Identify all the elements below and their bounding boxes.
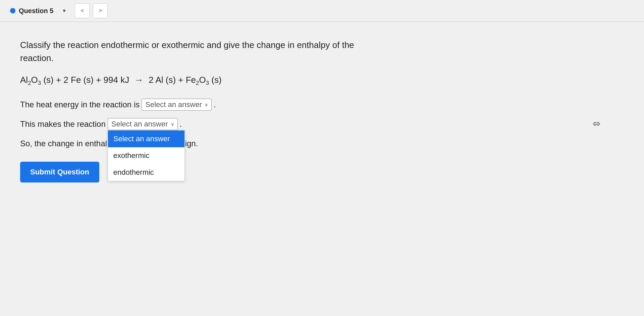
sentence-2-row: This makes the reaction Select an answer…	[20, 118, 584, 130]
dropdown-2[interactable]: Select an answer ∨	[108, 118, 178, 130]
dropdown-option-select-answer[interactable]: Select an answer	[108, 130, 184, 147]
question-dropdown-arrow[interactable]: ▼	[57, 3, 71, 18]
cursor-icon: ⬄	[593, 118, 600, 129]
nav-prev-button[interactable]: <	[75, 3, 90, 18]
equation: Al2O3 (s) + 2 Fe (s) + 994 kJ → 2 Al (s)…	[20, 75, 584, 87]
nav-next-button[interactable]: >	[93, 3, 108, 18]
question-line2: reaction.	[20, 53, 54, 63]
question-text: Classify the reaction endothermic or exo…	[20, 39, 584, 65]
main-content: Classify the reaction endothermic or exo…	[0, 22, 604, 196]
top-bar: Question 5 ▼ < >	[0, 0, 644, 22]
sentence-1-row: The heat energy in the reaction is Selec…	[20, 99, 584, 111]
dropdown-2-container: Select an answer ∨ Select an answer exot…	[108, 118, 178, 130]
question-dot	[10, 8, 15, 13]
dropdown-1[interactable]: Select an answer ∨	[142, 99, 212, 111]
submit-question-button[interactable]: Submit Question	[20, 162, 99, 182]
sentence2-prefix: This makes the reaction	[20, 119, 106, 129]
sentence3-prefix: So, the change in enthal	[20, 139, 107, 148]
page-container: Question 5 ▼ < > Classify the reaction e…	[0, 0, 644, 316]
button-row: Submit Question Jump to Answer	[20, 162, 584, 182]
equation-reactants: Al2O3 (s) + 2 Fe (s) + 994 kJ	[20, 75, 129, 87]
equation-arrow: →	[135, 75, 143, 85]
dropdown-1-chevron: ∨	[205, 102, 208, 107]
sentence2-suffix: .	[180, 119, 182, 129]
dropdown-option-exothermic[interactable]: exothermic	[108, 147, 184, 164]
equation-products: 2 Al (s) + Fe2O3 (s)	[149, 75, 221, 87]
sentence1-suffix: .	[214, 100, 216, 109]
sentence-3-row: So, the change in enthal Select an answe…	[20, 138, 584, 150]
dropdown-2-label: Select an answer	[111, 120, 168, 128]
sentence1-prefix: The heat energy in the reaction is	[20, 100, 140, 109]
question-label: Question 5	[19, 7, 53, 15]
dropdown-option-endothermic[interactable]: endothermic	[108, 164, 184, 181]
dropdown-2-menu: Select an answer exothermic endothermic	[108, 130, 185, 181]
dropdown-1-label: Select an answer	[145, 100, 202, 109]
dropdown-2-chevron: ∨	[171, 121, 174, 127]
question-line1: Classify the reaction endothermic or exo…	[20, 40, 354, 50]
